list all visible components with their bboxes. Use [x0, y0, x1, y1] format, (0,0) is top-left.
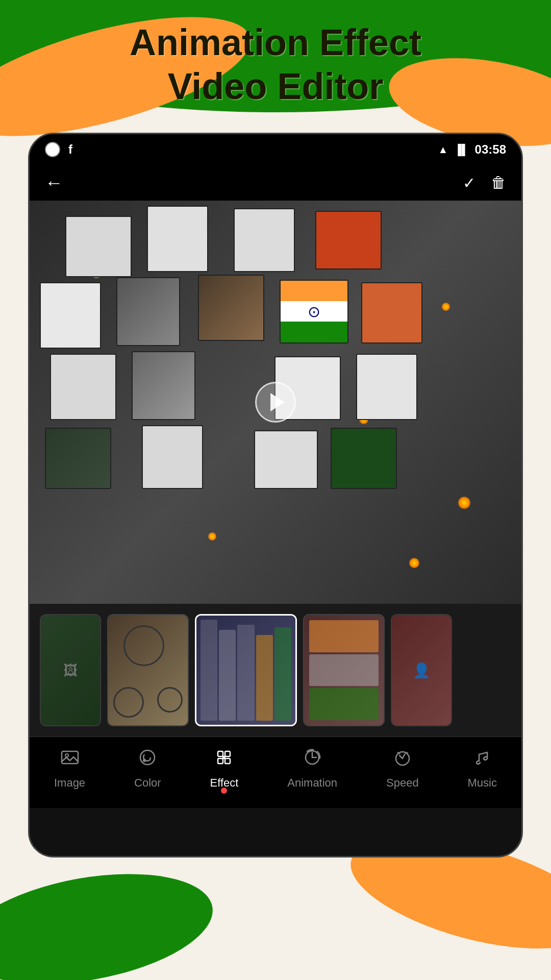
app-title-line1: Animation Effect	[0, 20, 551, 64]
music-nav-icon	[472, 747, 492, 772]
svg-point-8	[222, 756, 226, 759]
bg-wave-green-bottom-left	[0, 856, 221, 980]
tile	[147, 206, 208, 272]
speed-nav-icon	[392, 747, 413, 772]
tile-photo	[116, 277, 180, 346]
tile	[142, 425, 203, 489]
svg-rect-0	[62, 751, 78, 764]
nav-item-image[interactable]: Image	[54, 747, 85, 790]
status-bar: f ▲ ▐▌ 03:58	[30, 134, 521, 165]
tile-photo	[132, 351, 195, 420]
app-title-line2: Video Editor	[0, 64, 551, 108]
title-area: Animation Effect Video Editor	[0, 20, 551, 109]
time-display: 03:58	[475, 142, 506, 157]
tile-dark	[45, 428, 111, 489]
preview-thumb-4[interactable]	[303, 614, 385, 726]
preview-thumb-inner-3	[196, 616, 295, 725]
nav-item-effect[interactable]: Effect	[210, 747, 239, 790]
delete-button[interactable]: 🗑	[491, 174, 506, 192]
preview-thumb-inner-4	[304, 615, 384, 725]
svg-point-1	[65, 754, 68, 757]
tile-green	[331, 428, 397, 489]
tile	[234, 208, 295, 272]
tile-flag: ⊙	[280, 280, 348, 344]
phone-mockup: f ▲ ▐▌ 03:58 ← ✓ 🗑	[28, 133, 523, 857]
svg-rect-4	[218, 751, 223, 756]
facebook-icon: f	[68, 142, 72, 157]
status-left: f	[45, 142, 72, 157]
nav-item-color[interactable]: Color	[134, 747, 161, 790]
tile-orange	[315, 211, 382, 270]
preview-thumb-inner-5: 👤	[392, 615, 451, 725]
nav-item-animation[interactable]: Animation	[287, 747, 337, 790]
preview-thumb-1[interactable]: 🖼	[40, 614, 101, 726]
back-button[interactable]: ←	[45, 172, 63, 193]
signal-icon: ▐▌	[454, 144, 468, 156]
svg-point-2	[140, 750, 155, 765]
status-right: ▲ ▐▌ 03:58	[438, 142, 506, 157]
color-nav-label: Color	[134, 776, 161, 790]
tile	[50, 354, 116, 420]
speed-nav-label: Speed	[386, 776, 419, 790]
image-nav-icon	[60, 747, 80, 772]
check-button[interactable]: ✓	[463, 174, 475, 192]
nav-item-speed[interactable]: Speed	[386, 747, 419, 790]
music-nav-label: Music	[468, 776, 497, 790]
preview-strip: 🖼	[30, 604, 521, 737]
svg-rect-6	[218, 758, 223, 764]
toolbar: ← ✓ 🗑	[30, 165, 521, 201]
wifi-icon: ▲	[438, 144, 448, 156]
canvas-area: ⊙	[30, 201, 521, 604]
active-indicator	[221, 788, 227, 794]
bottom-nav: Image Color	[30, 737, 521, 808]
svg-point-3	[143, 759, 146, 762]
nav-item-music[interactable]: Music	[468, 747, 497, 790]
preview-thumb-5[interactable]: 👤	[391, 614, 452, 726]
preview-thumb-3[interactable]	[195, 614, 297, 726]
svg-rect-7	[225, 758, 230, 764]
tile	[254, 430, 318, 489]
preview-thumb-inner-1: 🖼	[41, 615, 100, 725]
tile	[40, 282, 101, 349]
play-button[interactable]	[255, 382, 296, 423]
image-nav-label: Image	[54, 776, 85, 790]
preview-thumb-inner-2	[108, 615, 188, 725]
play-triangle-icon	[270, 393, 285, 411]
effect-nav-icon	[214, 747, 234, 772]
color-nav-icon	[137, 747, 158, 772]
tile-photo	[198, 275, 264, 341]
svg-rect-5	[225, 751, 230, 756]
preview-thumb-2[interactable]	[107, 614, 189, 726]
animation-nav-label: Animation	[287, 776, 337, 790]
tile	[65, 216, 132, 277]
tile-orange2	[361, 282, 422, 344]
animation-nav-icon	[302, 747, 322, 772]
status-dot	[45, 142, 60, 157]
tile	[356, 354, 417, 420]
